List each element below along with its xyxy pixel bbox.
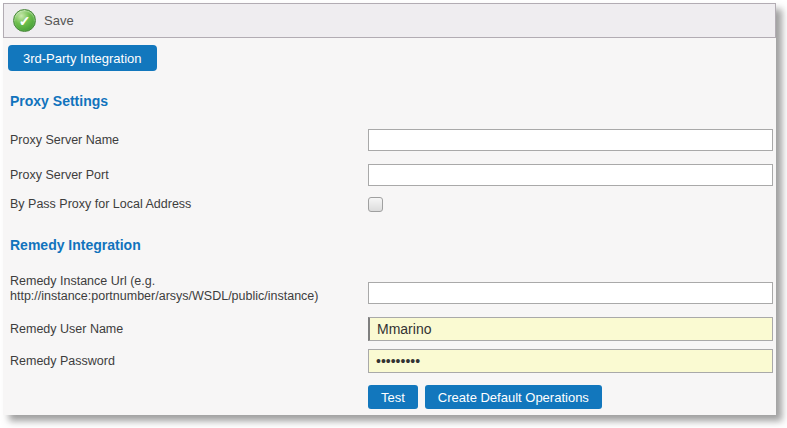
remedy-user-name-input[interactable]	[368, 317, 773, 341]
remedy-user-name-row: Remedy User Name	[10, 316, 771, 342]
settings-panel: ✓ Save 3rd-Party Integration Proxy Setti…	[3, 3, 776, 415]
bypass-proxy-label: By Pass Proxy for Local Address	[10, 197, 368, 212]
remedy-password-row: Remedy Password	[10, 348, 771, 374]
save-button[interactable]: ✓ Save	[13, 9, 74, 32]
proxy-server-port-label: Proxy Server Port	[10, 168, 368, 183]
action-buttons-row: Test Create Default Operations	[368, 385, 771, 409]
proxy-server-name-row: Proxy Server Name	[10, 127, 771, 153]
page: ✓ Save 3rd-Party Integration Proxy Setti…	[0, 0, 787, 428]
save-check-icon: ✓	[13, 9, 36, 32]
remedy-instance-url-input[interactable]	[368, 282, 773, 304]
proxy-server-name-label: Proxy Server Name	[10, 133, 368, 148]
remedy-instance-url-row: Remedy Instance Url (e.g. http://instanc…	[10, 274, 771, 304]
remedy-user-name-label: Remedy User Name	[10, 322, 368, 337]
remedy-integration-heading: Remedy Integration	[10, 237, 141, 253]
remedy-instance-url-label: Remedy Instance Url (e.g. http://instanc…	[10, 274, 368, 304]
create-default-operations-button[interactable]: Create Default Operations	[425, 385, 602, 409]
proxy-server-port-row: Proxy Server Port	[10, 162, 771, 188]
proxy-server-name-input[interactable]	[368, 129, 773, 151]
bypass-proxy-row: By Pass Proxy for Local Address	[10, 195, 771, 213]
bypass-proxy-checkbox[interactable]	[368, 197, 383, 212]
remedy-password-label: Remedy Password	[10, 354, 368, 369]
remedy-password-input[interactable]	[368, 349, 773, 373]
tab-3rd-party-integration[interactable]: 3rd-Party Integration	[8, 45, 157, 71]
check-glyph: ✓	[19, 14, 31, 28]
proxy-settings-heading: Proxy Settings	[10, 93, 108, 109]
proxy-server-port-input[interactable]	[368, 164, 773, 186]
toolbar: ✓ Save	[3, 3, 776, 38]
tab-label: 3rd-Party Integration	[23, 51, 142, 66]
save-button-label: Save	[44, 13, 74, 28]
test-button[interactable]: Test	[368, 385, 418, 409]
